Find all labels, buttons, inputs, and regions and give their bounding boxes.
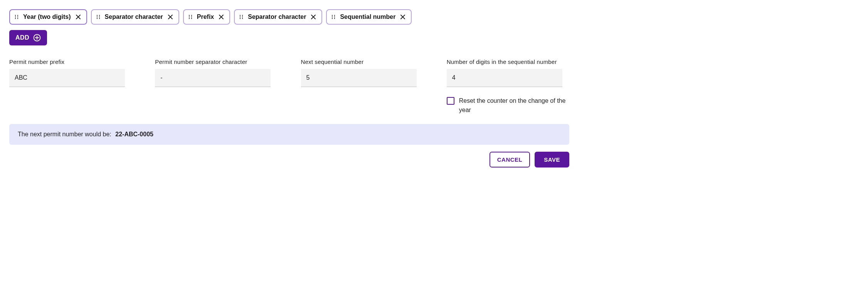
svg-point-4	[15, 18, 16, 19]
svg-point-19	[242, 15, 243, 16]
svg-point-6	[96, 15, 97, 16]
separator-input[interactable]	[155, 69, 271, 87]
close-icon[interactable]	[400, 14, 405, 20]
add-button-row: ADD	[9, 30, 569, 45]
reset-counter-checkbox[interactable]	[447, 97, 454, 105]
svg-point-13	[191, 15, 192, 16]
fields-row: Permit number prefix Permit number separ…	[9, 59, 569, 115]
svg-point-17	[191, 18, 192, 19]
svg-point-3	[17, 17, 18, 17]
reset-counter-label: Reset the counter on the change of the y…	[459, 96, 569, 115]
svg-point-22	[240, 18, 241, 19]
svg-point-9	[99, 17, 99, 17]
format-chip-row: Year (two digits) Separator character Pr…	[9, 9, 569, 25]
drag-handle-icon[interactable]	[239, 14, 244, 20]
svg-point-14	[189, 17, 190, 17]
chip-separator-2[interactable]: Separator character	[234, 9, 322, 25]
field-label-prefix: Permit number prefix	[9, 59, 132, 65]
svg-point-12	[189, 15, 190, 16]
chip-label: Separator character	[248, 13, 306, 20]
svg-point-11	[99, 18, 99, 19]
chip-label: Prefix	[197, 13, 214, 20]
svg-point-26	[332, 17, 333, 17]
close-icon[interactable]	[168, 14, 173, 20]
field-next-seq: Next sequential number	[301, 59, 424, 115]
svg-point-8	[96, 17, 97, 17]
field-separator: Permit number separator character	[155, 59, 278, 115]
drag-handle-icon[interactable]	[96, 14, 101, 20]
close-icon[interactable]	[219, 14, 224, 20]
svg-point-18	[240, 15, 241, 16]
svg-point-28	[332, 18, 333, 19]
svg-point-23	[242, 18, 243, 19]
field-label-num-digits: Number of digits in the sequential numbe…	[447, 59, 569, 65]
save-button[interactable]: SAVE	[535, 152, 569, 167]
drag-handle-icon[interactable]	[14, 14, 19, 20]
actions-row: CANCEL SAVE	[9, 152, 569, 167]
preview-prefix: The next permit number would be:	[18, 131, 111, 137]
svg-point-20	[240, 17, 241, 17]
field-label-next-seq: Next sequential number	[301, 59, 424, 65]
svg-point-21	[242, 17, 243, 17]
preview-value: 22-ABC-0005	[115, 131, 153, 137]
close-icon[interactable]	[76, 14, 81, 20]
svg-point-7	[99, 15, 99, 16]
chip-separator-1[interactable]: Separator character	[91, 9, 179, 25]
svg-point-29	[334, 18, 335, 19]
svg-point-1	[17, 15, 18, 16]
cancel-button[interactable]: CANCEL	[490, 152, 530, 167]
add-button[interactable]: ADD	[9, 30, 47, 45]
drag-handle-icon[interactable]	[331, 14, 336, 20]
svg-point-27	[334, 17, 335, 17]
reset-checkbox-row: Reset the counter on the change of the y…	[447, 96, 569, 115]
plus-circle-icon	[33, 34, 41, 42]
svg-point-24	[332, 15, 333, 16]
chip-sequential-number[interactable]: Sequential number	[326, 9, 412, 25]
num-digits-input[interactable]	[447, 69, 562, 87]
chip-label: Sequential number	[340, 13, 395, 20]
svg-point-2	[15, 17, 16, 17]
field-num-digits: Number of digits in the sequential numbe…	[447, 59, 569, 115]
chip-year-two-digits[interactable]: Year (two digits)	[9, 9, 87, 25]
next-seq-input[interactable]	[301, 69, 417, 87]
svg-point-5	[17, 18, 18, 19]
svg-point-0	[15, 15, 16, 16]
prefix-input[interactable]	[9, 69, 125, 87]
preview-banner: The next permit number would be: 22-ABC-…	[9, 124, 569, 145]
drag-handle-icon[interactable]	[188, 14, 193, 20]
svg-point-10	[96, 18, 97, 19]
chip-label: Year (two digits)	[23, 13, 71, 20]
chip-prefix[interactable]: Prefix	[183, 9, 230, 25]
svg-point-15	[191, 17, 192, 17]
field-label-separator: Permit number separator character	[155, 59, 278, 65]
field-prefix: Permit number prefix	[9, 59, 132, 115]
chip-label: Separator character	[105, 13, 163, 20]
svg-point-25	[334, 15, 335, 16]
close-icon[interactable]	[311, 14, 316, 20]
svg-point-16	[189, 18, 190, 19]
add-button-label: ADD	[15, 34, 29, 41]
